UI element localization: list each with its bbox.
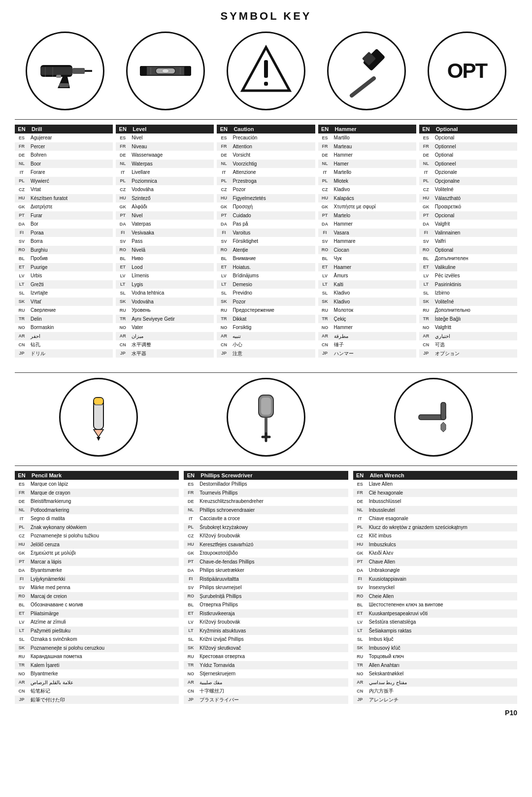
table-row: GKΑλφάδι [116, 202, 214, 211]
table-row: FRAttention [217, 142, 315, 151]
table-row: GKΧτυπήστε με σφυρί [318, 202, 416, 211]
table-row: ITSegno di matita [15, 514, 179, 523]
table-row: BLПробив [15, 254, 113, 263]
table-row: NLPhillips schroevendraaier [184, 506, 348, 515]
table-row: SKPoznamenejte si polohu ceruzkou [15, 644, 179, 653]
table-row: LTKryžminis atsuktuvas [184, 627, 348, 635]
phillips-screwdriver-icon [227, 378, 305, 457]
table-row: ESNivel [116, 133, 214, 142]
table-row: BLОбозначаване с молив [15, 600, 179, 609]
table-row: RUСверление [15, 306, 113, 315]
svg-rect-7 [56, 75, 61, 78]
symbol-table-2: ENCautionESPrecauciónFRAttentionDEVorsic… [217, 125, 315, 358]
opt-text: OPT [447, 59, 487, 83]
table-row: ETLood [116, 263, 214, 272]
table-row: BLДопълнителен [419, 254, 517, 263]
table-row: DEVorsicht [217, 151, 315, 160]
table-row: JPプラスドライバー [184, 696, 348, 704]
table-row: SKKřížový skrutkovač [184, 644, 348, 653]
svg-marker-24 [94, 430, 103, 437]
table-row: FRMarteau [318, 142, 416, 151]
table-row: NOBlyantmerke [15, 669, 179, 678]
table-row: FRMarque de crayon [15, 489, 179, 498]
table-row: FIValinnainen [419, 229, 517, 237]
table-row: PTChave-de-fendas Phillips [184, 558, 348, 566]
table-row: BLНиво [116, 254, 214, 263]
table-row: GKΣταυροκατσάβιδο [184, 549, 348, 558]
symbol-table2-0: ENPencil MarkESMarque con lápizFRMarque … [15, 471, 179, 704]
pencil-mark-icon [59, 378, 138, 457]
table-row: NOValgfritt [419, 323, 517, 332]
table-row: JP水平器 [116, 349, 214, 358]
table-row: TRAllen Anahtarı [353, 661, 517, 670]
table-row: ARاختياري [419, 332, 517, 341]
table-row: RUДополнительно [419, 306, 517, 315]
table-row: ITOpzionale [419, 168, 517, 177]
table-row: NLInbussleutel [353, 506, 517, 515]
table-row: TRDelin [15, 315, 113, 324]
table-row: FRTournevis Phillips [184, 489, 348, 498]
table-row: ESOpcional [419, 133, 517, 142]
symbol-table-4: ENOptionalESOpcionalFROptionnelDEOptiona… [419, 125, 517, 358]
table-row: CZKlíč imbus [353, 531, 517, 540]
table-row: CZKladivo [318, 185, 416, 194]
table-row: HUVálasztható [419, 194, 517, 203]
table-row: PLKlucz do wkrętów z gniazdem sześciokąt… [353, 523, 517, 532]
table-row: HUImbuszkulcs [353, 540, 517, 549]
caution-icon [227, 32, 305, 110]
table-row: CN铅笔标记 [15, 687, 179, 696]
divider-2 [15, 372, 517, 373]
table-row: ROCheie Allen [353, 592, 517, 601]
table-row: GKΔιατρήστε [15, 202, 113, 211]
table-row: CN钻孔 [15, 340, 113, 349]
table-row: LTDemesio [217, 280, 315, 289]
table-row: DAPhilips skruetrækker [184, 566, 348, 575]
table-row: SLVodna tehtnica [116, 289, 214, 298]
table-row: CZKřížový šroubovák [184, 531, 348, 540]
table-row: HUSzintező [116, 194, 214, 203]
table-row: NLBoor [15, 160, 113, 168]
top-tables-row: ENDrillESAgujerearFRPercerDEBohrenNLBoor… [15, 125, 517, 358]
svg-line-19 [352, 78, 374, 96]
table-row: ETValikuline [419, 263, 517, 272]
table-row: SKImbusový kľúč [353, 644, 517, 653]
table-row: DAValgfrit [419, 220, 517, 229]
table-row: SKVoliteľné [419, 298, 517, 306]
table-row: CN可选 [419, 340, 517, 349]
table-row: PLWywierć [15, 177, 113, 186]
table-row: SLIzvrtajte [15, 289, 113, 298]
table-row: LVLīmenis [116, 271, 214, 280]
table-row: SLImbus ključ [353, 635, 517, 644]
table-row: ARتنبيه [217, 332, 315, 341]
table-row: FRClé hexagonale [353, 489, 517, 498]
table-row: LVĀmurs [318, 271, 416, 280]
table-row: CN小心 [217, 340, 315, 349]
table-row: LVSešstūra stienatslēga [353, 618, 517, 627]
table-row: HUFigyelmeztetés [217, 194, 315, 203]
table-row: RUКарандашная пометка [15, 652, 179, 661]
table-row: TRKalem İşareti [15, 661, 179, 670]
table-row: DAPas på [217, 220, 315, 229]
svg-point-11 [162, 69, 169, 73]
table-row: LVUrbis [15, 271, 113, 280]
table-row: SLIzbirno [419, 289, 517, 298]
table-row: PTMartelo [318, 211, 416, 220]
table-row: PTMarcar a lápis [15, 558, 179, 566]
table-row: SVHammare [318, 237, 416, 246]
table-row: NLHamer [318, 160, 416, 168]
table-row: CZVolitelné [419, 185, 517, 194]
table-row: SVPass [116, 237, 214, 246]
divider-1 [15, 119, 517, 120]
symbol-table-1: ENLevelESNivelFRNiveauDEWasserwaageNLWat… [116, 125, 214, 358]
table-row: CZVrtat [15, 185, 113, 194]
table-row: JPハンマー [318, 349, 416, 358]
table-row: LVBrīdinājums [217, 271, 315, 280]
allen-wrench-icon [394, 378, 473, 457]
table-row: PLPoziomnica [116, 177, 214, 186]
table-row: RONivelă [116, 246, 214, 255]
table-row: SVValfri [419, 237, 517, 246]
table-row: DEHammer [318, 151, 416, 160]
table-row: ROȘurubelniță Phillips [184, 592, 348, 601]
svg-marker-34 [441, 422, 446, 432]
table-row: CZPoznamenejte si polohu tužkou [15, 531, 179, 540]
